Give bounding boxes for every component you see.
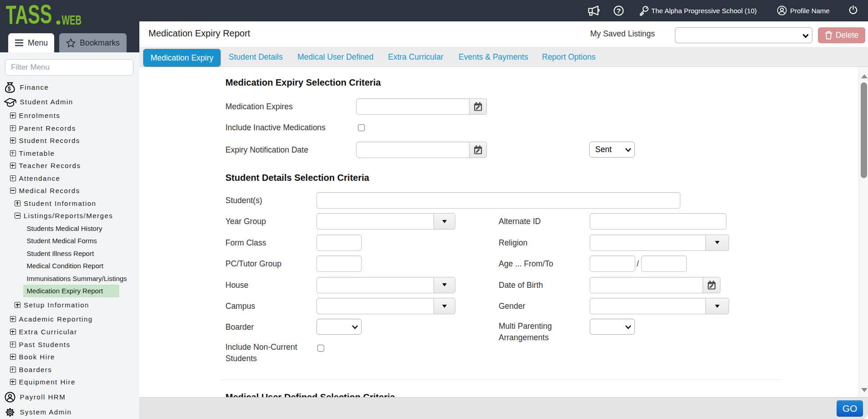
svg-text:?: ? xyxy=(617,7,621,15)
svg-text:$: $ xyxy=(8,86,11,92)
svg-text:WEB: WEB xyxy=(62,13,82,27)
svg-text:TASS: TASS xyxy=(6,4,52,30)
